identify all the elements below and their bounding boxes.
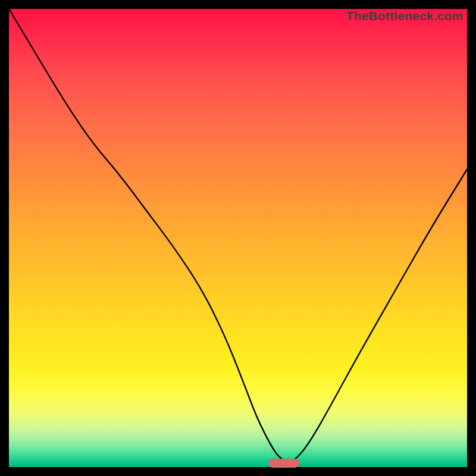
bottleneck-curve xyxy=(9,9,467,467)
curve-path xyxy=(9,9,467,461)
chart-frame: TheBottleneck.com xyxy=(9,9,467,467)
gradient-plot-area: TheBottleneck.com xyxy=(9,9,467,467)
minimum-marker xyxy=(268,459,299,468)
